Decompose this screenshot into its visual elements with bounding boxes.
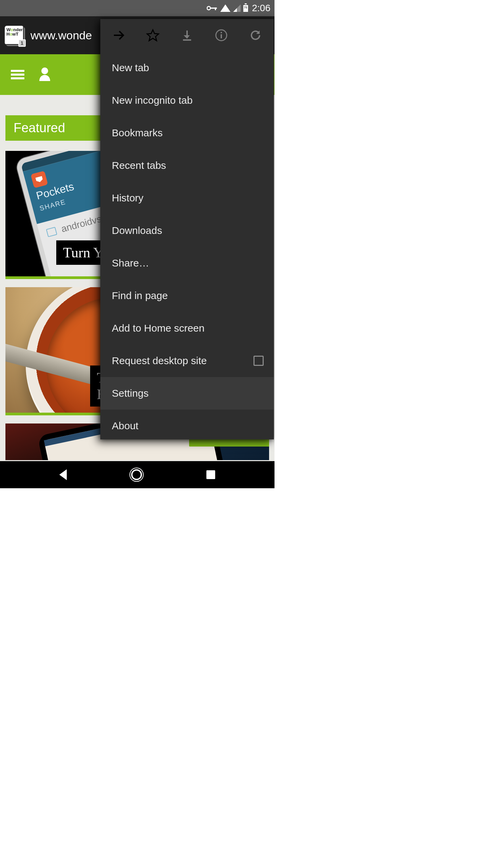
wifi-icon: [220, 4, 230, 12]
site-menu-button[interactable]: [11, 70, 24, 79]
nav-recents-button[interactable]: [206, 470, 215, 479]
menu-item-find-in-page[interactable]: Find in page: [100, 279, 274, 312]
menu-item-downloads[interactable]: Downloads: [100, 214, 274, 247]
android-nav-bar: [0, 461, 274, 488]
clock: 2:06: [252, 3, 271, 14]
nav-home-button[interactable]: [131, 469, 142, 480]
svg-rect-7: [221, 32, 222, 33]
battery-level: 75: [243, 6, 248, 9]
menu-item-about[interactable]: About: [100, 410, 274, 442]
refresh-icon[interactable]: [240, 19, 271, 52]
svg-point-0: [207, 6, 210, 10]
battery-icon: 75: [243, 4, 248, 12]
download-icon[interactable]: [171, 19, 203, 52]
menu-icon-row: [100, 19, 274, 52]
menu-item-request-desktop-site[interactable]: Request desktop site: [100, 344, 274, 377]
menu-item-settings[interactable]: Settings: [100, 377, 274, 410]
url-bar[interactable]: www.wonde: [30, 29, 92, 42]
menu-item-recent-tabs[interactable]: Recent tabs: [100, 149, 274, 182]
browser-overflow-menu: New tab New incognito tab Bookmarks Rece…: [100, 19, 274, 439]
forward-icon[interactable]: [103, 19, 134, 52]
svg-point-3: [41, 67, 48, 74]
file-image-icon: [46, 227, 57, 237]
svg-rect-2: [215, 7, 216, 10]
site-account-icon[interactable]: [38, 67, 52, 82]
menu-item-history[interactable]: History: [100, 182, 274, 214]
desktop-site-checkbox[interactable]: [253, 356, 264, 366]
svg-rect-4: [183, 39, 191, 41]
page-info-icon[interactable]: [206, 19, 237, 52]
menu-item-new-tab[interactable]: New tab: [100, 52, 274, 84]
vpn-key-icon: [207, 5, 218, 11]
menu-item-bookmarks[interactable]: Bookmarks: [100, 117, 274, 149]
tabs-button[interactable]: Wonder HowT 1: [5, 26, 24, 45]
android-status-bar: 75 2:06: [0, 0, 274, 16]
menu-item-share[interactable]: Share…: [100, 247, 274, 279]
svg-rect-6: [221, 34, 222, 38]
menu-item-new-incognito-tab[interactable]: New incognito tab: [100, 84, 274, 117]
menu-item-add-to-home-screen[interactable]: Add to Home screen: [100, 312, 274, 344]
bookmark-star-icon[interactable]: [137, 19, 168, 52]
cellular-signal-icon: [233, 4, 241, 12]
nav-back-button[interactable]: [59, 469, 67, 480]
tab-count-badge: 1: [18, 39, 26, 47]
